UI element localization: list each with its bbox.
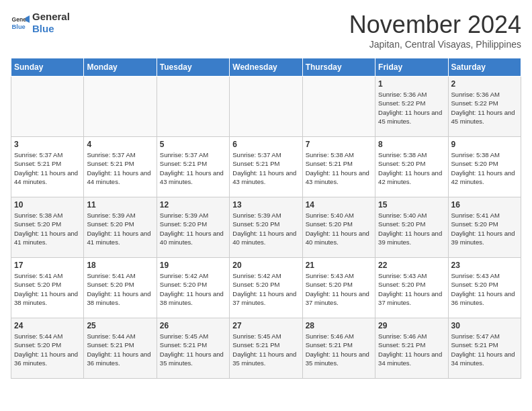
calendar-cell: 21Sunrise: 5:43 AM Sunset: 5:20 PM Dayli…: [302, 258, 375, 318]
day-info: Sunrise: 5:46 AM Sunset: 5:21 PM Dayligh…: [378, 332, 445, 367]
day-number: 9: [451, 140, 518, 149]
calendar-cell: 22Sunrise: 5:43 AM Sunset: 5:20 PM Dayli…: [375, 258, 448, 318]
calendar-cell: 17Sunrise: 5:41 AM Sunset: 5:20 PM Dayli…: [11, 258, 84, 318]
day-info: Sunrise: 5:38 AM Sunset: 5:20 PM Dayligh…: [378, 150, 445, 186]
day-number: 5: [160, 140, 226, 149]
day-number: 11: [87, 200, 153, 210]
calendar-cell: [302, 77, 375, 137]
calendar-cell: 13Sunrise: 5:39 AM Sunset: 5:20 PM Dayli…: [230, 197, 302, 258]
day-number: 28: [306, 321, 372, 330]
calendar-cell: 3Sunrise: 5:37 AM Sunset: 5:21 PM Daylig…: [11, 137, 84, 197]
day-info: Sunrise: 5:37 AM Sunset: 5:21 PM Dayligh…: [160, 150, 226, 186]
day-info: Sunrise: 5:38 AM Sunset: 5:20 PM Dayligh…: [451, 150, 518, 186]
calendar-cell: [11, 77, 84, 137]
day-info: Sunrise: 5:41 AM Sunset: 5:20 PM Dayligh…: [87, 271, 153, 307]
calendar-cell: 30Sunrise: 5:47 AM Sunset: 5:21 PM Dayli…: [448, 318, 521, 379]
day-number: 15: [378, 200, 445, 210]
calendar-cell: 2Sunrise: 5:36 AM Sunset: 5:22 PM Daylig…: [448, 77, 521, 137]
calendar-week-row: 24Sunrise: 5:44 AM Sunset: 5:20 PM Dayli…: [11, 318, 521, 379]
day-info: Sunrise: 5:47 AM Sunset: 5:21 PM Dayligh…: [451, 332, 518, 367]
weekday-header-friday: Friday: [375, 58, 448, 77]
calendar-week-row: 17Sunrise: 5:41 AM Sunset: 5:20 PM Dayli…: [11, 258, 521, 318]
calendar-cell: 15Sunrise: 5:40 AM Sunset: 5:20 PM Dayli…: [375, 197, 448, 258]
day-number: 8: [378, 140, 445, 149]
calendar-week-row: 1Sunrise: 5:36 AM Sunset: 5:22 PM Daylig…: [11, 77, 521, 137]
calendar-cell: 28Sunrise: 5:46 AM Sunset: 5:21 PM Dayli…: [302, 318, 375, 379]
calendar-cell: 14Sunrise: 5:40 AM Sunset: 5:20 PM Dayli…: [302, 197, 375, 258]
weekday-header-saturday: Saturday: [448, 58, 521, 77]
calendar-cell: 16Sunrise: 5:41 AM Sunset: 5:20 PM Dayli…: [448, 197, 521, 258]
calendar-header: SundayMondayTuesdayWednesdayThursdayFrid…: [11, 58, 521, 77]
logo-text-blue: Blue: [32, 23, 70, 35]
day-info: Sunrise: 5:44 AM Sunset: 5:20 PM Dayligh…: [14, 332, 81, 367]
day-info: Sunrise: 5:41 AM Sunset: 5:20 PM Dayligh…: [451, 211, 518, 246]
calendar-cell: 25Sunrise: 5:44 AM Sunset: 5:21 PM Dayli…: [84, 318, 157, 379]
month-title: November 2024: [349, 11, 521, 39]
day-number: 18: [87, 261, 153, 270]
logo: General Blue General Blue: [11, 11, 70, 35]
calendar-cell: 8Sunrise: 5:38 AM Sunset: 5:20 PM Daylig…: [375, 137, 448, 197]
calendar-cell: 18Sunrise: 5:41 AM Sunset: 5:20 PM Dayli…: [84, 258, 157, 318]
day-number: 12: [160, 200, 226, 210]
day-info: Sunrise: 5:38 AM Sunset: 5:21 PM Dayligh…: [306, 150, 372, 186]
day-info: Sunrise: 5:44 AM Sunset: 5:21 PM Dayligh…: [87, 332, 153, 367]
day-number: 29: [378, 321, 445, 330]
day-number: 10: [14, 200, 81, 210]
calendar-cell: 11Sunrise: 5:39 AM Sunset: 5:20 PM Dayli…: [84, 197, 157, 258]
day-info: Sunrise: 5:43 AM Sunset: 5:20 PM Dayligh…: [306, 271, 372, 307]
day-number: 24: [14, 321, 81, 330]
day-number: 19: [160, 261, 226, 270]
weekday-header-tuesday: Tuesday: [157, 58, 229, 77]
calendar-body: 1Sunrise: 5:36 AM Sunset: 5:22 PM Daylig…: [11, 77, 521, 379]
calendar-cell: [230, 77, 302, 137]
day-info: Sunrise: 5:42 AM Sunset: 5:20 PM Dayligh…: [232, 271, 299, 307]
day-number: 1: [378, 79, 445, 89]
day-number: 16: [451, 200, 518, 210]
calendar-cell: 19Sunrise: 5:42 AM Sunset: 5:20 PM Dayli…: [157, 258, 229, 318]
title-block: November 2024 Japitan, Central Visayas, …: [349, 11, 521, 50]
day-info: Sunrise: 5:40 AM Sunset: 5:20 PM Dayligh…: [306, 211, 372, 246]
calendar-cell: 10Sunrise: 5:38 AM Sunset: 5:20 PM Dayli…: [11, 197, 84, 258]
day-info: Sunrise: 5:37 AM Sunset: 5:21 PM Dayligh…: [232, 150, 299, 186]
calendar-cell: 12Sunrise: 5:39 AM Sunset: 5:20 PM Dayli…: [157, 197, 229, 258]
calendar-table: SundayMondayTuesdayWednesdayThursdayFrid…: [11, 58, 521, 379]
day-info: Sunrise: 5:45 AM Sunset: 5:21 PM Dayligh…: [232, 332, 299, 367]
day-info: Sunrise: 5:39 AM Sunset: 5:20 PM Dayligh…: [87, 211, 153, 246]
calendar-week-row: 10Sunrise: 5:38 AM Sunset: 5:20 PM Dayli…: [11, 197, 521, 258]
day-number: 3: [14, 140, 81, 149]
day-number: 22: [378, 261, 445, 270]
day-info: Sunrise: 5:42 AM Sunset: 5:20 PM Dayligh…: [160, 271, 226, 307]
day-number: 13: [232, 200, 299, 210]
day-number: 21: [306, 261, 372, 270]
logo-icon: General Blue: [11, 13, 30, 32]
day-number: 2: [451, 79, 518, 89]
weekday-header-row: SundayMondayTuesdayWednesdayThursdayFrid…: [11, 58, 521, 77]
day-info: Sunrise: 5:45 AM Sunset: 5:21 PM Dayligh…: [160, 332, 226, 367]
logo-text-general: General: [32, 11, 70, 23]
calendar-cell: 6Sunrise: 5:37 AM Sunset: 5:21 PM Daylig…: [230, 137, 302, 197]
weekday-header-wednesday: Wednesday: [230, 58, 302, 77]
calendar-cell: 4Sunrise: 5:37 AM Sunset: 5:21 PM Daylig…: [84, 137, 157, 197]
weekday-header-sunday: Sunday: [11, 58, 84, 77]
day-info: Sunrise: 5:36 AM Sunset: 5:22 PM Dayligh…: [378, 90, 445, 126]
day-number: 14: [306, 200, 372, 210]
day-info: Sunrise: 5:41 AM Sunset: 5:20 PM Dayligh…: [14, 271, 81, 307]
day-info: Sunrise: 5:38 AM Sunset: 5:20 PM Dayligh…: [14, 211, 81, 246]
day-number: 7: [306, 140, 372, 149]
day-info: Sunrise: 5:39 AM Sunset: 5:20 PM Dayligh…: [232, 211, 299, 246]
day-info: Sunrise: 5:43 AM Sunset: 5:20 PM Dayligh…: [378, 271, 445, 307]
day-number: 30: [451, 321, 518, 330]
day-info: Sunrise: 5:39 AM Sunset: 5:20 PM Dayligh…: [160, 211, 226, 246]
day-number: 27: [232, 321, 299, 330]
day-number: 25: [87, 321, 153, 330]
calendar-week-row: 3Sunrise: 5:37 AM Sunset: 5:21 PM Daylig…: [11, 137, 521, 197]
calendar-cell: 9Sunrise: 5:38 AM Sunset: 5:20 PM Daylig…: [448, 137, 521, 197]
day-info: Sunrise: 5:36 AM Sunset: 5:22 PM Dayligh…: [451, 90, 518, 126]
calendar-cell: 20Sunrise: 5:42 AM Sunset: 5:20 PM Dayli…: [230, 258, 302, 318]
calendar-cell: 5Sunrise: 5:37 AM Sunset: 5:21 PM Daylig…: [157, 137, 229, 197]
day-number: 23: [451, 261, 518, 270]
svg-text:Blue: Blue: [12, 24, 26, 30]
calendar-cell: [84, 77, 157, 137]
day-number: 26: [160, 321, 226, 330]
day-info: Sunrise: 5:37 AM Sunset: 5:21 PM Dayligh…: [14, 150, 81, 186]
